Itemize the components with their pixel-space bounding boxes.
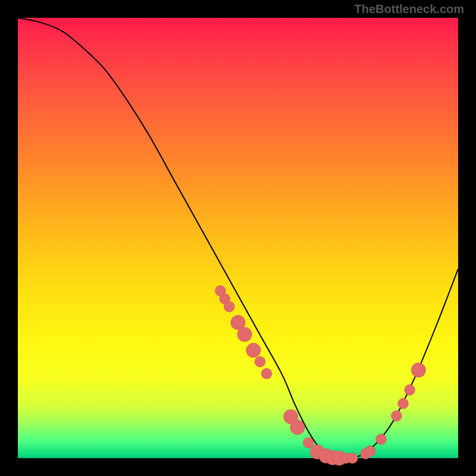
data-marker — [290, 420, 305, 434]
data-marker — [365, 446, 375, 456]
data-marker — [376, 434, 387, 444]
data-marker — [237, 327, 252, 342]
chart-area — [18, 18, 458, 458]
data-marker — [261, 368, 272, 379]
data-marker — [405, 384, 415, 395]
data-marker — [398, 398, 409, 409]
data-marker — [224, 301, 234, 312]
chart-svg — [18, 18, 458, 458]
data-marker — [303, 437, 314, 448]
data-marker — [255, 356, 265, 367]
data-marker — [246, 343, 261, 357]
bottleneck-curve — [18, 18, 458, 459]
data-marker — [411, 363, 425, 377]
data-marker — [347, 453, 358, 464]
data-marker — [391, 411, 402, 421]
data-markers — [215, 286, 425, 465]
watermark-text: TheBottleneck.com — [355, 2, 464, 16]
